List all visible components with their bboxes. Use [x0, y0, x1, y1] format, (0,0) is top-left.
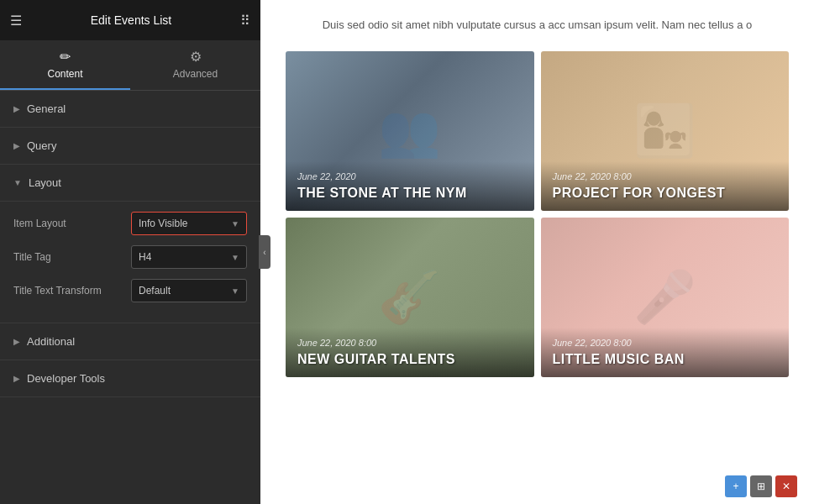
layout-label: Layout [29, 176, 61, 189]
panel-header: ☰ Edit Events List ⠿ [0, 0, 260, 40]
item-layout-label: Item Layout [13, 218, 131, 229]
item-layout-value: Info Visible [139, 218, 187, 229]
content-intro: Duis sed odio sit amet nibh vulputate cu… [260, 0, 814, 43]
tab-advanced[interactable]: ⚙ Advanced [130, 40, 260, 90]
left-panel: ☰ Edit Events List ⠿ ✏ Content ⚙ Advance… [0, 0, 260, 504]
event-card-2[interactable]: 👩‍👧 June 22, 2020 8:00 PROJECT FOR YONGE… [541, 51, 790, 211]
sections-list: ▶ General ▶ Query ▼ Layout Item Layout I… [0, 91, 260, 504]
section-additional[interactable]: ▶ Additional [0, 323, 260, 360]
bottom-toolbar: + ⊞ ✕ [725, 475, 797, 497]
panel-title: Edit Events List [22, 13, 240, 27]
right-panel: Duis sed odio sit amet nibh vulputate cu… [260, 0, 814, 504]
additional-arrow: ▶ [13, 337, 20, 346]
add-button[interactable]: + [725, 475, 747, 497]
event-overlay-1: June 22, 2020 THE STONE AT THE NYM [286, 161, 534, 211]
title-tag-label: Title Tag [13, 251, 131, 263]
close-button[interactable]: ✕ [775, 475, 797, 497]
section-general[interactable]: ▶ General [0, 91, 260, 128]
event-overlay-3: June 22, 2020 8:00 NEW GUITAR TALENTS [286, 328, 534, 377]
title-tag-row: Title Tag H4 ▼ [13, 245, 247, 269]
title-transform-row: Title Text Transform Default ▼ [13, 279, 247, 302]
tab-content[interactable]: ✏ Content [0, 40, 130, 90]
event-title-3: NEW GUITAR TALENTS [297, 351, 523, 367]
grid-button[interactable]: ⊞ [750, 475, 772, 497]
layout-arrow: ▼ [13, 178, 22, 187]
event-overlay-4: June 22, 2020 8:00 LITTLE MUSIC BAN [541, 328, 790, 377]
event-date-1: June 22, 2020 [297, 171, 523, 181]
collapse-handle[interactable]: ‹ [259, 235, 270, 269]
devtools-label: Developer Tools [27, 372, 105, 385]
title-tag-value: H4 [139, 251, 151, 263]
item-layout-arrow-icon: ▼ [231, 219, 239, 228]
content-tab-label: Content [47, 68, 82, 80]
tabs-bar: ✏ Content ⚙ Advanced [0, 40, 260, 91]
section-query[interactable]: ▶ Query [0, 128, 260, 165]
hamburger-icon[interactable]: ☰ [10, 13, 22, 29]
title-transform-arrow-icon: ▼ [231, 286, 239, 296]
item-layout-row: Item Layout Info Visible ▼ [13, 212, 247, 235]
query-arrow: ▶ [13, 141, 20, 150]
section-developer-tools[interactable]: ▶ Developer Tools [0, 360, 260, 397]
item-layout-dropdown[interactable]: Info Visible ▼ [131, 212, 247, 235]
event-title-2: PROJECT FOR YONGEST [553, 185, 778, 201]
title-transform-dropdown[interactable]: Default ▼ [131, 279, 247, 302]
event-date-4: June 22, 2020 8:00 [553, 338, 778, 348]
query-label: Query [27, 139, 56, 152]
grid-icon[interactable]: ⠿ [240, 13, 250, 29]
advanced-tab-icon: ⚙ [190, 49, 202, 65]
general-label: General [27, 102, 66, 115]
section-layout[interactable]: ▼ Layout [0, 165, 260, 202]
title-transform-value: Default [139, 285, 171, 297]
events-grid: 👥 June 22, 2020 THE STONE AT THE NYM 👩‍👧… [260, 43, 814, 386]
event-date-3: June 22, 2020 8:00 [297, 338, 523, 348]
devtools-arrow: ▶ [13, 374, 20, 383]
content-tab-icon: ✏ [60, 49, 71, 65]
title-transform-label: Title Text Transform [13, 285, 131, 297]
general-arrow: ▶ [13, 104, 20, 113]
event-overlay-2: June 22, 2020 8:00 PROJECT FOR YONGEST [541, 161, 790, 211]
title-tag-arrow-icon: ▼ [231, 253, 239, 262]
event-card-3[interactable]: 🎸 June 22, 2020 8:00 NEW GUITAR TALENTS [286, 218, 534, 377]
event-date-2: June 22, 2020 8:00 [553, 171, 778, 181]
event-title-1: THE STONE AT THE NYM [297, 185, 523, 201]
title-tag-dropdown[interactable]: H4 ▼ [131, 245, 247, 269]
event-card-4[interactable]: 🎤 June 22, 2020 8:00 LITTLE MUSIC BAN [541, 218, 790, 377]
event-title-4: LITTLE MUSIC BAN [553, 351, 778, 367]
advanced-tab-label: Advanced [173, 68, 218, 80]
event-card-1[interactable]: 👥 June 22, 2020 THE STONE AT THE NYM [286, 51, 534, 211]
layout-section-content: Item Layout Info Visible ▼ Title Tag H4 … [0, 202, 260, 323]
additional-label: Additional [27, 335, 75, 348]
